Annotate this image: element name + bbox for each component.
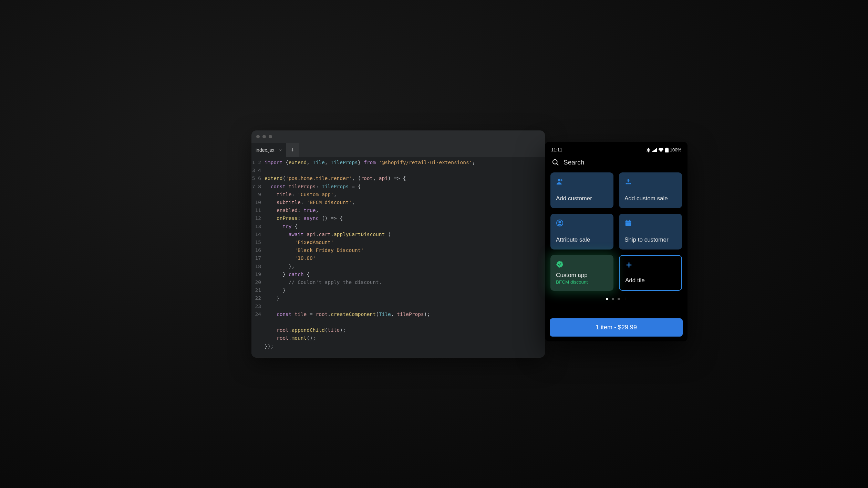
status-time: 11:11: [551, 147, 562, 152]
search-row[interactable]: Search: [550, 156, 683, 172]
code-text[interactable]: import {extend, Tile, TileProps} from '@…: [265, 159, 475, 350]
page-dot-3[interactable]: [618, 298, 620, 300]
window-max-dot[interactable]: [269, 135, 272, 138]
upload-icon: [624, 178, 632, 185]
calendar-icon: [624, 219, 632, 227]
tile-add-customer[interactable]: Add customer: [550, 172, 613, 208]
tile-label: Attribute sale: [556, 236, 608, 243]
tile-label: Add custom sale: [624, 195, 676, 202]
tab-label: index.jsx: [256, 147, 274, 153]
battery-percent: 100%: [670, 147, 681, 152]
code-editor-window: index.jsx × + 1 2 3 4 5 6 7 8 9 10 11 12…: [251, 130, 545, 358]
search-label: Search: [564, 159, 584, 166]
cart-button[interactable]: 1 item - $29.99: [550, 318, 683, 337]
close-icon[interactable]: ×: [279, 148, 282, 153]
svg-line-3: [557, 163, 559, 166]
status-icons: 100%: [647, 147, 681, 152]
bluetooth-icon: [647, 148, 650, 152]
tile-custom-app[interactable]: Custom app BFCM discount: [550, 255, 613, 291]
tab-index-jsx[interactable]: index.jsx ×: [251, 143, 286, 157]
svg-rect-0: [665, 148, 669, 152]
page-indicator: +: [550, 291, 683, 305]
tile-ship-to-customer[interactable]: Ship to customer: [619, 214, 682, 250]
phone-preview: 11:11 100% Search Add customer Add custo…: [545, 142, 688, 341]
window-titlebar: [251, 130, 545, 143]
verified-icon: [556, 261, 564, 268]
tile-subtitle: BFCM discount: [556, 279, 608, 285]
tile-add-tile[interactable]: Add tile: [619, 255, 682, 291]
code-area[interactable]: 1 2 3 4 5 6 7 8 9 10 11 12 13 14 15 16 1…: [251, 157, 545, 357]
person-icon: [556, 178, 564, 185]
person-circle-icon: [556, 219, 564, 227]
window-min-dot[interactable]: [262, 135, 266, 138]
signal-icon: [651, 148, 657, 152]
svg-point-2: [553, 160, 557, 164]
window-close-dot[interactable]: [256, 135, 260, 138]
new-tab-button[interactable]: +: [286, 143, 299, 157]
page-dot-2[interactable]: [612, 298, 614, 300]
tile-attribute-sale[interactable]: Attribute sale: [550, 214, 613, 250]
tile-label: Custom app: [556, 272, 608, 279]
cart-button-label: 1 item - $29.99: [596, 324, 637, 331]
page-dot-1[interactable]: [606, 298, 608, 300]
tile-grid: Add customer Add custom sale Attribute s…: [550, 172, 683, 291]
tile-label: Add customer: [556, 195, 608, 202]
svg-rect-1: [666, 148, 668, 148]
tile-add-custom-sale[interactable]: Add custom sale: [619, 172, 682, 208]
page-add-icon[interactable]: +: [623, 298, 626, 300]
svg-rect-9: [626, 221, 631, 222]
status-bar: 11:11 100%: [550, 147, 683, 156]
tab-row: index.jsx × +: [251, 143, 545, 157]
wifi-icon: [658, 148, 664, 152]
tile-label: Add tile: [625, 277, 676, 284]
battery-icon: [665, 148, 669, 152]
line-gutter: 1 2 3 4 5 6 7 8 9 10 11 12 13 14 15 16 1…: [251, 159, 265, 350]
svg-point-4: [558, 179, 560, 181]
search-icon: [552, 159, 559, 166]
tile-label: Ship to customer: [624, 236, 676, 243]
svg-point-6: [559, 221, 561, 223]
svg-rect-10: [627, 220, 628, 222]
plus-icon: [625, 261, 633, 269]
svg-rect-11: [629, 220, 630, 222]
